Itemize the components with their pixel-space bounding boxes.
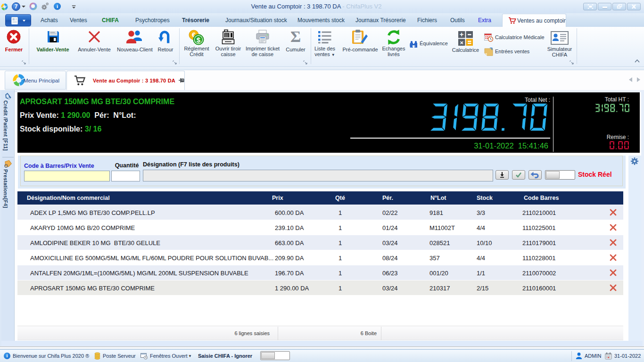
svg-text:+: + xyxy=(460,31,464,38)
svg-text:×: × xyxy=(460,39,464,46)
svg-text:$: $ xyxy=(197,36,201,44)
svg-text:ID: ID xyxy=(413,45,416,48)
